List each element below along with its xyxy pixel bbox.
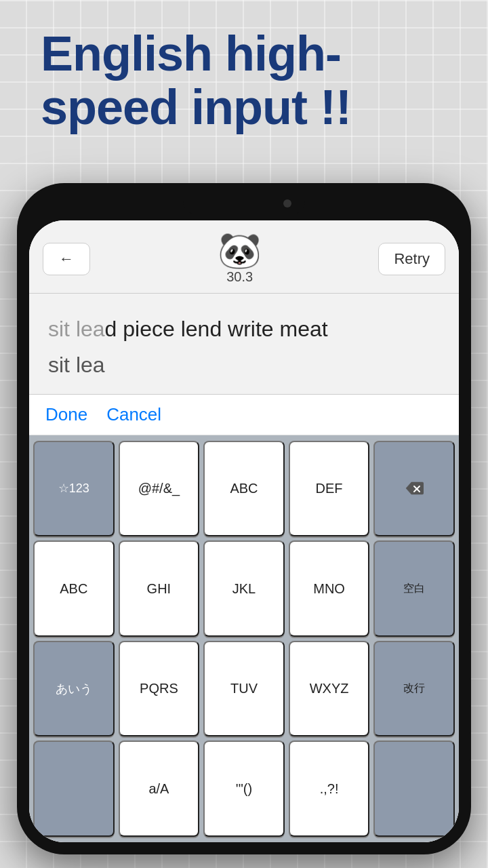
remain-part: d piece lend write meat xyxy=(105,317,328,341)
text-display-area: sit lead piece lend write meat sit lea xyxy=(29,294,459,395)
key-mno[interactable]: MNO xyxy=(289,540,370,637)
key-ghi[interactable]: GHI xyxy=(119,540,200,637)
key-aiu[interactable]: あいう xyxy=(33,641,115,737)
key-wxyz[interactable]: WXYZ xyxy=(289,641,370,737)
phone-frame: ← 🐼 30.3 Retry sit lead piece lend write… xyxy=(17,183,471,854)
key-pqrs[interactable]: PQRS xyxy=(119,641,200,737)
key-abc2[interactable]: ABC xyxy=(33,540,115,637)
keyboard: ☆123 @#/&_ ABC DEF ABC GHI xyxy=(29,435,459,842)
key-abc[interactable]: ABC xyxy=(203,441,285,537)
key-symbol[interactable]: @#/&_ xyxy=(119,441,200,537)
key-kigou[interactable]: ☆123 xyxy=(33,441,115,537)
delete-key[interactable] xyxy=(373,441,455,537)
retry-button[interactable]: Retry xyxy=(378,243,445,275)
key-def[interactable]: DEF xyxy=(289,441,370,537)
top-bar: ← 🐼 30.3 Retry xyxy=(29,220,459,294)
key-punct[interactable]: .,?! xyxy=(289,741,370,837)
action-bar: Done Cancel xyxy=(29,395,459,435)
keyboard-row-3b: a/A '"() .,?! xyxy=(33,741,455,837)
key-jkl[interactable]: JKL xyxy=(203,540,285,637)
key-tuv[interactable]: TUV xyxy=(203,641,285,737)
key-enter-empty xyxy=(373,741,455,837)
key-quote[interactable]: '"() xyxy=(203,741,285,837)
cancel-button[interactable]: Cancel xyxy=(106,404,161,425)
back-button[interactable]: ← xyxy=(43,243,90,275)
app-content: ← 🐼 30.3 Retry sit lead piece lend write… xyxy=(29,220,459,842)
key-aiu-empty xyxy=(33,741,115,837)
keyboard-row-2: ABC GHI JKL MNO 空白 xyxy=(33,540,455,637)
key-space[interactable]: 空白 xyxy=(373,540,455,637)
typed-part: sit lea xyxy=(48,317,105,341)
header-title: English high-speed input !! xyxy=(41,27,447,134)
panda-icon: 🐼 xyxy=(218,233,262,268)
input-text: sit lea xyxy=(48,350,440,380)
score-display: 30.3 xyxy=(226,269,253,285)
key-caps[interactable]: a/A xyxy=(119,741,200,837)
keyboard-row-3a: あいう PQRS TUV WXYZ 改行 xyxy=(33,641,455,737)
phone-screen: ← 🐼 30.3 Retry sit lead piece lend write… xyxy=(29,220,459,842)
target-text: sit lead piece lend write meat xyxy=(48,314,440,344)
key-enter[interactable]: 改行 xyxy=(373,641,455,737)
keyboard-row-1: ☆123 @#/&_ ABC DEF xyxy=(33,441,455,537)
panda-area: 🐼 30.3 xyxy=(101,233,378,285)
done-button[interactable]: Done xyxy=(45,404,87,425)
phone-notch xyxy=(183,195,305,214)
